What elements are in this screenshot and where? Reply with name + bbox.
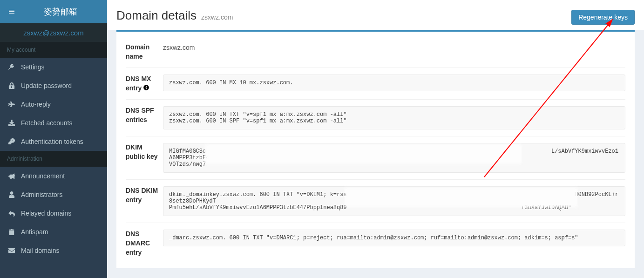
sidebar-item-antispam[interactable]: Antispam xyxy=(0,223,107,241)
row-domain-name: Domain name zsxwz.com xyxy=(126,36,625,68)
redaction-blur xyxy=(205,144,522,164)
value-mx[interactable]: zsxwz.com. 600 IN MX 10 mx.zsxwz.com. xyxy=(163,75,625,91)
reply-icon xyxy=(7,210,16,217)
sidebar: 姿势邮箱 zsxwz@zsxwz.com My account Settings… xyxy=(0,0,107,278)
sidebar-item-announcement[interactable]: Announcement xyxy=(0,167,107,185)
nav-label: Announcement xyxy=(21,172,65,180)
wrench-icon xyxy=(7,64,16,70)
user-icon xyxy=(7,191,16,198)
sidebar-item-auth-tokens[interactable]: Authentication tokens xyxy=(0,132,107,151)
sidebar-item-relayed-domains[interactable]: Relayed domains xyxy=(0,204,107,223)
hamburger-icon[interactable] xyxy=(0,0,23,23)
page-subtitle: zsxwz.com xyxy=(201,14,233,21)
nav-label: Update password xyxy=(21,82,72,89)
sidebar-item-settings[interactable]: Settings xyxy=(0,58,107,76)
user-email[interactable]: zsxwz@zsxwz.com xyxy=(0,23,107,42)
redaction-blur xyxy=(345,188,577,207)
page-title: Domain details xyxy=(116,8,197,23)
details-panel: Domain name zsxwz.com DNS MX entry zsxwz… xyxy=(116,32,635,268)
nav-label: Settings xyxy=(21,63,45,71)
row-dmarc: DNS DMARC entry _dmarc.zsxwz.com. 600 IN… xyxy=(126,223,625,264)
lock-icon xyxy=(7,82,16,89)
label-domain-name: Domain name xyxy=(126,43,163,61)
label-dmarc: DNS DMARC entry xyxy=(126,230,163,257)
sidebar-item-administrators[interactable]: Administrators xyxy=(0,185,107,204)
download-icon xyxy=(7,120,16,126)
row-mx: DNS MX entry zsxwz.com. 600 IN MX 10 mx.… xyxy=(126,68,625,100)
section-my-account: My account xyxy=(0,42,107,58)
page-header: Domain details zsxwz.com Regenerate keys xyxy=(107,0,644,30)
main-content: Domain details zsxwz.com Regenerate keys… xyxy=(107,0,644,278)
bullhorn-icon xyxy=(7,173,16,179)
regenerate-keys-button[interactable]: Regenerate keys xyxy=(571,10,635,25)
nav-label: Mail domains xyxy=(21,247,59,254)
value-dmarc[interactable]: _dmarc.zsxwz.com. 600 IN TXT "v=DMARC1; … xyxy=(163,230,625,246)
sidebar-item-fetched-accounts[interactable]: Fetched accounts xyxy=(0,114,107,132)
row-spf: DNS SPF entries zsxwz.com. 600 IN TXT "v… xyxy=(126,100,625,136)
label-dkim-entry: DNS DKIM entry xyxy=(126,186,163,216)
envelope-icon xyxy=(7,247,16,254)
section-administration: Administration xyxy=(0,151,107,167)
row-dkim-entry: DNS DKIM entry dkim._domainkey.zsxwz.com… xyxy=(126,180,625,223)
brand-title: 姿势邮箱 xyxy=(23,6,107,17)
warning-icon xyxy=(143,84,149,93)
label-mx: DNS MX entry xyxy=(126,75,163,93)
nav-label: Fetched accounts xyxy=(21,119,73,127)
topbar: 姿势邮箱 xyxy=(0,0,107,23)
plane-icon xyxy=(7,101,16,108)
trash-icon xyxy=(7,229,16,235)
sidebar-item-update-password[interactable]: Update password xyxy=(0,76,107,95)
row-dkim-pub: DKIM public key MIGfMA0GCSc L/sAbVfYK9mx… xyxy=(126,136,625,180)
label-dkim-pub: DKIM public key xyxy=(126,143,163,173)
sidebar-item-auto-reply[interactable]: Auto-reply xyxy=(0,95,107,114)
value-domain-name: zsxwz.com xyxy=(163,43,625,61)
sidebar-item-mail-domains[interactable]: Mail domains xyxy=(0,241,107,260)
nav-label: Auto-reply xyxy=(21,101,51,108)
label-spf: DNS SPF entries xyxy=(126,106,163,129)
value-spf[interactable]: zsxwz.com. 600 IN TXT "v=spf1 mx a:mx.zs… xyxy=(163,106,625,129)
key-icon xyxy=(7,138,16,145)
nav-label: Antispam xyxy=(21,228,48,236)
nav-label: Administrators xyxy=(21,191,62,198)
nav-label: Authentication tokens xyxy=(21,138,83,145)
nav-label: Relayed domains xyxy=(21,210,71,217)
